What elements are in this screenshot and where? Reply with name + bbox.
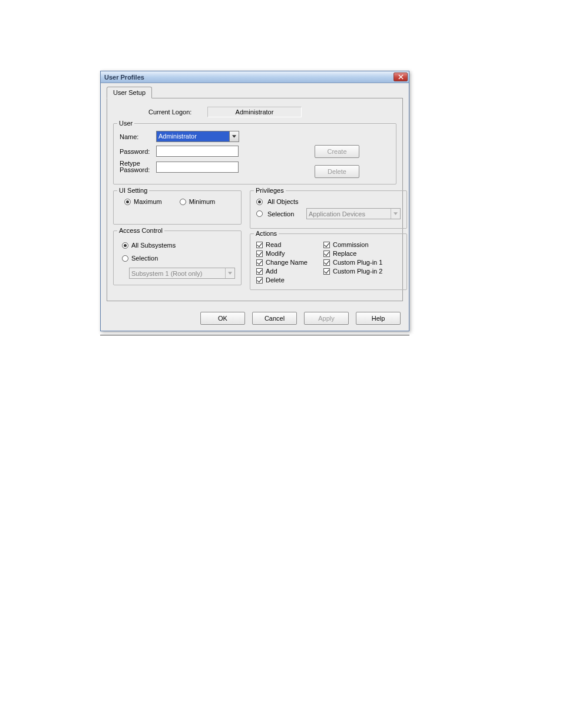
privileges-selection-combo: Application Devices — [306, 208, 401, 219]
name-combo[interactable]: Administrator — [156, 131, 239, 142]
check-change-name-input[interactable] — [256, 259, 263, 266]
chevron-down-icon — [232, 135, 236, 138]
check-custom1[interactable]: Custom Plug-in 1 — [323, 259, 382, 266]
apply-button[interactable]: Apply — [304, 312, 349, 325]
check-modify-label: Modify — [266, 250, 285, 257]
actions-legend: Actions — [254, 230, 279, 237]
check-commission-label: Commission — [333, 241, 369, 248]
ok-button[interactable]: OK — [200, 312, 245, 325]
radio-minimum[interactable]: Minimum — [180, 198, 216, 205]
subsystem-combo: Subsystem 1 (Root only) — [129, 268, 235, 279]
radio-maximum-label: Maximum — [134, 198, 162, 205]
radio-all-objects-label: All Objects — [267, 198, 299, 205]
user-group: User Name: Administrator — [113, 123, 396, 185]
check-read-label: Read — [266, 241, 281, 248]
name-value: Administrator — [157, 131, 229, 141]
radio-maximum[interactable]: Maximum — [124, 198, 162, 205]
radio-all-objects[interactable]: All Objects — [256, 198, 401, 205]
radio-ac-selection-input[interactable] — [122, 255, 128, 262]
check-read-input[interactable] — [256, 242, 263, 248]
radio-all-subsystems[interactable]: All Subsystems — [122, 242, 235, 249]
check-delete-input[interactable] — [256, 277, 263, 284]
check-add-input[interactable] — [256, 268, 263, 275]
button-row: OK Cancel Apply Help — [101, 307, 409, 331]
password-input[interactable] — [156, 146, 239, 157]
create-button[interactable]: Create — [315, 145, 359, 158]
radio-all-subsystems-input[interactable] — [122, 242, 128, 249]
check-delete[interactable]: Delete — [256, 276, 315, 284]
password-label: Password: — [120, 148, 156, 155]
radio-priv-selection-label: Selection — [267, 210, 302, 218]
tab-panel: Current Logon: Administrator User Name: … — [107, 98, 403, 301]
chevron-down-icon — [394, 212, 398, 215]
close-icon — [398, 74, 404, 80]
subsystem-dropdown-button — [225, 268, 234, 278]
access-control-group: Access Control All Subsystems Selection — [113, 230, 242, 285]
check-replace-label: Replace — [333, 250, 356, 257]
check-custom2-input[interactable] — [323, 268, 330, 275]
check-custom1-input[interactable] — [323, 259, 330, 266]
radio-ac-selection[interactable]: Selection — [122, 255, 235, 262]
user-profiles-dialog: User Profiles User Setup Current Logon: … — [100, 71, 409, 331]
radio-maximum-input[interactable] — [124, 199, 131, 205]
check-custom2-label: Custom Plug-in 2 — [333, 268, 382, 275]
client-area: User Setup Current Logon: Administrator … — [101, 83, 409, 307]
divider — [100, 335, 409, 335]
name-dropdown-button[interactable] — [229, 131, 239, 142]
check-replace[interactable]: Replace — [323, 250, 382, 257]
cancel-button[interactable]: Cancel — [252, 312, 297, 325]
privileges-dropdown-button — [391, 209, 400, 219]
privileges-selection-value: Application Devices — [307, 210, 391, 218]
subsystem-value: Subsystem 1 (Root only) — [130, 270, 225, 277]
ui-setting-group: UI Setting Maximum Minimum — [113, 190, 242, 225]
current-logon-value: Administrator — [207, 107, 302, 117]
check-commission-input[interactable] — [323, 242, 330, 248]
radio-minimum-input[interactable] — [180, 199, 186, 205]
check-commission[interactable]: Commission — [323, 241, 382, 248]
check-modify-input[interactable] — [256, 251, 263, 257]
radio-priv-selection-row: Selection Application Devices — [256, 208, 401, 219]
check-delete-label: Delete — [266, 276, 285, 284]
privileges-group: Privileges All Objects Selection Applica… — [250, 190, 407, 229]
retype-password-label: Retype Password: — [120, 160, 156, 173]
user-legend: User — [117, 120, 134, 127]
ui-setting-legend: UI Setting — [117, 187, 149, 194]
access-control-legend: Access Control — [117, 227, 164, 234]
radio-all-objects-input[interactable] — [256, 199, 263, 205]
help-button[interactable]: Help — [356, 312, 401, 325]
privileges-legend: Privileges — [254, 187, 286, 194]
check-change-name[interactable]: Change Name — [256, 259, 315, 266]
titlebar: User Profiles — [101, 71, 409, 83]
check-replace-input[interactable] — [323, 251, 330, 257]
close-button[interactable] — [394, 73, 408, 81]
check-change-name-label: Change Name — [266, 259, 308, 266]
check-custom2[interactable]: Custom Plug-in 2 — [323, 268, 382, 275]
radio-all-subsystems-label: All Subsystems — [131, 242, 176, 249]
check-custom1-label: Custom Plug-in 1 — [333, 259, 382, 266]
delete-button[interactable]: Delete — [315, 165, 359, 178]
check-add[interactable]: Add — [256, 268, 315, 275]
radio-ac-selection-label: Selection — [131, 255, 158, 262]
check-modify[interactable]: Modify — [256, 250, 315, 257]
actions-group: Actions Read Modify Change Name Add Dele… — [250, 233, 407, 290]
check-add-label: Add — [266, 268, 277, 275]
radio-minimum-label: Minimum — [189, 198, 216, 205]
current-logon-label: Current Logon: — [148, 108, 207, 116]
tab-strip: User Setup — [107, 87, 403, 98]
current-logon-row: Current Logon: Administrator — [148, 107, 396, 117]
radio-priv-selection-input[interactable] — [256, 210, 263, 217]
dialog-title: User Profiles — [104, 74, 394, 81]
tab-user-setup[interactable]: User Setup — [107, 87, 152, 98]
check-read[interactable]: Read — [256, 241, 315, 248]
chevron-down-icon — [228, 272, 232, 275]
retype-password-input[interactable] — [156, 162, 239, 173]
name-label: Name: — [120, 133, 156, 140]
